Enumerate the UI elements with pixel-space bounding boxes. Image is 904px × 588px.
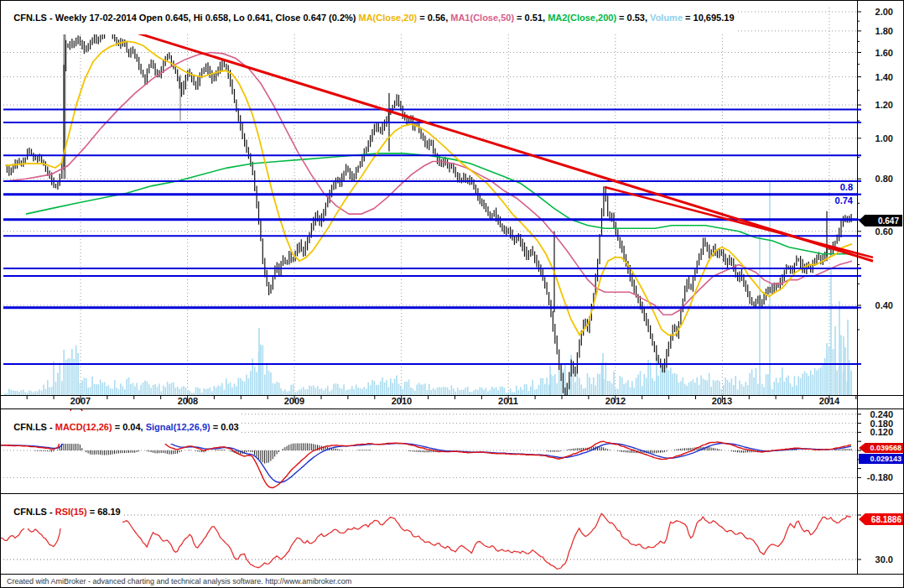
x-axis-year-label: 2014 (811, 396, 848, 406)
rsi-pane[interactable] (1, 506, 857, 570)
ma50-value: = 0.51, (514, 13, 548, 23)
x-axis-year-label: 2008 (169, 396, 206, 406)
signal-value-badge: 0.029143 (859, 454, 904, 464)
price-axis-label: 1.00 (860, 133, 893, 143)
volume-legend: Volume (650, 13, 683, 23)
signal-value: = 0.03 (210, 422, 239, 432)
macd-value-badge: 0.039568 (859, 443, 904, 453)
ohlc-text: CFN.LS - Weekly 17-02-2014 Open 0.645, H… (13, 13, 358, 23)
macd-symbol: CFN.LS - (13, 422, 55, 432)
ma50-legend: MA1(Close,50) (450, 13, 514, 23)
price-axis-label: 1.80 (860, 26, 893, 36)
price-axis-label: 0.80 (860, 174, 893, 184)
chart-canvas[interactable] (1, 1, 904, 588)
price-axis-label: 0.60 (860, 226, 893, 237)
rsi-value-badge: 68.1886 (859, 513, 904, 525)
price-axis-label: 1.20 (860, 100, 893, 110)
price-pane[interactable] (3, 8, 857, 399)
support-level-label-0.74: 0.74 (818, 195, 853, 206)
price-axis-label: 0.40 (860, 300, 893, 310)
rsi-symbol: CFN.LS - (13, 507, 55, 517)
x-axis-year-label: 2012 (597, 396, 634, 406)
x-axis-year-label: 2009 (276, 396, 313, 406)
rsi-value: = 68.19 (87, 507, 121, 517)
x-axis-year-label: 2010 (383, 396, 420, 406)
ma200-value: = 0.53, (616, 13, 650, 23)
ma20-value: = 0.56, (417, 13, 450, 23)
support-level-label-0.8: 0.8 (818, 182, 853, 192)
last-price-badge: 0.647 (859, 215, 902, 226)
ma20-legend: MA(Close,20) (359, 13, 418, 23)
rsi-pane-title: CFN.LS - RSI(15) = 68.19 (2, 496, 122, 528)
x-axis-year-label: 2011 (490, 396, 527, 406)
signal-legend: Signal(12,26,9) (146, 422, 210, 432)
x-axis-year-label: 2013 (704, 396, 740, 406)
price-axis-label: 1.60 (860, 48, 893, 58)
volume-value: = 10,695.19 (683, 13, 734, 23)
amibroker-footer: Created with AmiBroker - advanced charti… (7, 577, 351, 585)
price-axis-label: 1.40 (860, 72, 893, 82)
ma200-legend: MA2(Close,200) (548, 13, 616, 23)
chart-window: CFN.LS - Weekly 17-02-2014 Open 0.645, H… (0, 0, 904, 588)
x-axis-year-label: 2007 (62, 396, 99, 406)
macd-axis-label: 0.120 (860, 427, 893, 437)
rsi-axis-label: 30.0 (860, 554, 893, 565)
macd-axis-label: -0.180 (860, 472, 893, 482)
price-pane-title: CFN.LS - Weekly 17-02-2014 Open 0.645, H… (2, 2, 736, 34)
macd-value: = 0.04, (112, 422, 146, 432)
trendline[interactable] (108, 24, 873, 262)
macd-legend: MACD(12,26) (55, 422, 112, 432)
rsi-legend: RSI(15) (55, 507, 87, 517)
macd-pane-title: CFN.LS - MACD(12,26) = 0.04, Signal(12,2… (2, 411, 241, 444)
price-axis-label: 2.00 (860, 7, 893, 17)
